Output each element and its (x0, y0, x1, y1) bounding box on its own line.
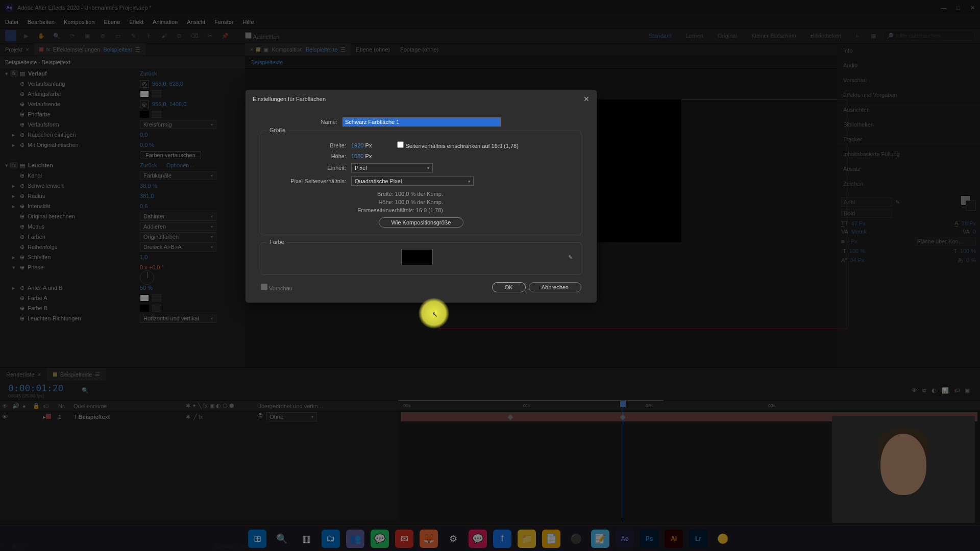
color-group: Farbe ✎ (261, 242, 581, 275)
solid-color-swatch[interactable] (401, 249, 433, 265)
cursor-highlight (419, 298, 449, 329)
unit-dropdown[interactable]: Pixel (351, 163, 433, 172)
lock-aspect-label: Seitenverhältnis einschränken auf 16:9 (… (405, 143, 518, 149)
eyedropper-icon[interactable]: ✎ (568, 254, 573, 261)
dialog-title: Einstellungen für Farbflächen (253, 96, 326, 102)
solid-name-input[interactable] (342, 117, 501, 127)
pixel-aspect-dropdown[interactable]: Quadratische Pixel (351, 177, 474, 186)
preview-checkbox (261, 284, 267, 290)
width-value[interactable]: 1920 (351, 142, 363, 148)
ok-button[interactable]: OK (492, 282, 526, 292)
dialog-close-icon[interactable]: ✕ (583, 95, 590, 103)
cancel-button[interactable]: Abbrechen (529, 282, 581, 292)
preview-label: Vorschau (269, 285, 292, 291)
size-group: Größe Breite:1920 Px Seitenverhältnis ei… (261, 131, 581, 235)
info-height: Höhe: 100,0 % der Komp. (270, 198, 443, 206)
make-comp-size-button[interactable]: Wie Kompositionsgröße (379, 217, 464, 228)
height-value[interactable]: 1080 (351, 153, 363, 159)
info-width: Breite: 100,0 % der Komp. (270, 190, 443, 198)
solid-settings-dialog: Einstellungen für Farbflächen ✕ Name: Gr… (245, 89, 597, 303)
info-aspect: Frameseitenverhältnis: 16:9 (1,78) (270, 206, 443, 214)
name-label: Name: (261, 119, 342, 125)
size-legend: Größe (266, 127, 288, 133)
lock-aspect-checkbox[interactable] (397, 141, 404, 148)
color-legend: Farbe (266, 239, 287, 245)
